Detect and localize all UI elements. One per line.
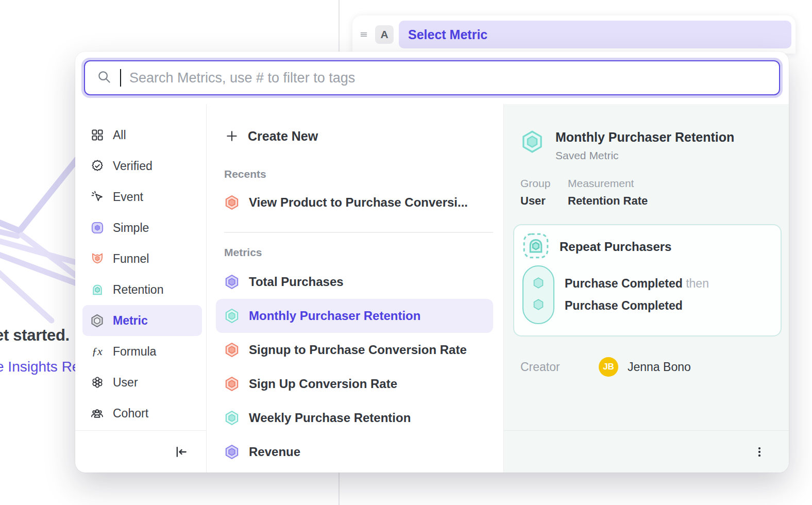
section-items-metrics: Total Purchases Monthly Purchaser Retent… [224, 265, 493, 469]
metric-type-icon [224, 342, 240, 358]
sidebar-item-simple[interactable]: Simple [82, 212, 202, 243]
definition-card: Repeat Purchasers Purchase Completed the… [513, 224, 782, 336]
sidebar-footer [75, 430, 206, 473]
sidebar-item-all[interactable]: All [82, 120, 202, 150]
section-title-metrics: Metrics [224, 246, 493, 259]
metric-item-label: Monthly Purchaser Retention [249, 309, 420, 323]
select-metric-label: Select Metric [408, 27, 487, 42]
attribute-label: Measurement [568, 177, 648, 190]
search-icon [96, 69, 112, 87]
step-event-name: Purchase Completed [565, 299, 683, 312]
collapse-left-icon[interactable] [172, 443, 191, 461]
metric-letter-badge[interactable]: A [375, 25, 394, 44]
sidebar-item-label: Cohort [113, 407, 148, 420]
kebab-menu-icon[interactable] [751, 443, 768, 461]
step-line: Purchase Completed [565, 299, 709, 313]
funnel-icon [90, 252, 104, 266]
all-icon [90, 128, 104, 142]
search-input[interactable] [129, 70, 768, 86]
metric-type-icon [224, 274, 240, 290]
attribute-value: User [520, 194, 554, 208]
definition-header: Repeat Purchasers [522, 232, 772, 261]
step-hexagon-icon [532, 298, 545, 313]
search-focus-ring [81, 58, 783, 98]
metric-list-column: Create New Recents View Product to Purch… [206, 104, 504, 473]
attribute-value: Retention Rate [568, 194, 648, 208]
sidebar-item-funnel[interactable]: Funnel [82, 243, 202, 274]
event-icon [90, 190, 104, 204]
section-divider [224, 232, 493, 233]
metric-item-weekly-purchase-retention[interactable]: Weekly Purchase Retention [216, 401, 493, 435]
metric-type-icon [224, 308, 240, 324]
background-heading-fragment: et started. [0, 326, 70, 345]
metric-picker-modal: All Verified Event Simple Funnel Retenti… [75, 52, 789, 473]
type-filter-sidebar: All Verified Event Simple Funnel Retenti… [75, 104, 206, 473]
formula-icon: ƒx [90, 345, 104, 359]
plus-icon [224, 128, 240, 144]
step-line: Purchase Completed then [565, 277, 709, 291]
attribute-label: Group [520, 177, 554, 190]
user-icon [90, 376, 104, 390]
metric-detail-panel: Monthly Purchaser Retention Saved Metric… [504, 104, 789, 473]
sidebar-item-retention[interactable]: Retention [82, 274, 202, 305]
search-box [84, 60, 780, 95]
sidebar-item-label: User [113, 376, 138, 390]
creator-row: Creator JB Jenna Bono [520, 357, 782, 377]
metric-item-label: Sign Up Conversion Rate [249, 377, 397, 391]
section-items-recents: View Product to Purchase Conversi... [224, 186, 493, 220]
sidebar-item-label: Metric [113, 314, 148, 328]
creator-name: Jenna Bono [628, 360, 691, 374]
metric-item-label: Total Purchases [249, 275, 344, 289]
step-list: Purchase Completed thenPurchase Complete… [565, 277, 709, 313]
metric-item-label: Revenue [249, 445, 300, 459]
sidebar-item-event[interactable]: Event [82, 181, 202, 212]
metric-type-icon [224, 376, 240, 392]
detail-header: Monthly Purchaser Retention Saved Metric [520, 130, 782, 162]
metric-list-sections: Recents View Product to Purchase Convers… [224, 168, 493, 469]
metric-row: A Select Metric [352, 15, 796, 54]
metric-item-label: Signup to Purchase Conversion Rate [249, 343, 467, 357]
creator-label: Creator [520, 360, 599, 374]
create-new-button[interactable]: Create New [224, 122, 493, 150]
metric-type-icon [224, 195, 240, 210]
metric-item-monthly-purchaser-retention[interactable]: Monthly Purchaser Retention [216, 299, 493, 333]
sidebar-item-label: Simple [113, 221, 149, 235]
type-filter-list: All Verified Event Simple Funnel Retenti… [75, 104, 206, 430]
saved-metric-hexagon-icon [520, 130, 544, 156]
metric-item-total-purchases[interactable]: Total Purchases [216, 265, 493, 299]
metric-item-view-product-to-purchase-conversi[interactable]: View Product to Purchase Conversi... [216, 186, 493, 220]
sidebar-item-verified[interactable]: Verified [82, 150, 202, 181]
app-window: et started. e Insights Re A Select Metri… [0, 0, 812, 505]
metric-item-revenue[interactable]: Revenue [216, 435, 493, 469]
sidebar-item-cohort[interactable]: Cohort [82, 398, 202, 429]
detail-title: Monthly Purchaser Retention [555, 130, 734, 145]
sidebar-item-label: Retention [113, 283, 163, 297]
sidebar-item-label: Formula [113, 345, 156, 359]
sidebar-item-label: Verified [113, 159, 153, 173]
attribute-row: Group UserMeasurement Retention Rate [520, 177, 782, 208]
text-caret [120, 69, 121, 87]
metric-item-label: View Product to Purchase Conversi... [249, 195, 468, 210]
sidebar-item-formula[interactable]: ƒx Formula [82, 336, 202, 367]
metric-type-icon [224, 410, 240, 426]
select-metric-button[interactable]: Select Metric [399, 21, 791, 48]
step-event-name: Purchase Completed [565, 277, 683, 290]
attribute-group: Group User [520, 177, 554, 208]
background-insights-link[interactable]: e Insights Re [0, 359, 80, 375]
sidebar-item-user[interactable]: User [82, 367, 202, 398]
repeat-purchasers-icon [522, 232, 549, 261]
detail-subtitle: Saved Metric [555, 149, 734, 162]
metric-item-sign-up-conversion-rate[interactable]: Sign Up Conversion Rate [216, 367, 493, 401]
detail-panel-body: Monthly Purchaser Retention Saved Metric… [504, 104, 789, 430]
sidebar-item-metric[interactable]: Metric [82, 305, 202, 336]
metric-type-icon [224, 444, 240, 460]
drag-handle-icon[interactable] [358, 28, 370, 41]
step-hexagon-icon [532, 276, 545, 292]
verified-icon [90, 159, 104, 173]
detail-footer [504, 430, 789, 473]
sidebar-item-label: Funnel [113, 252, 149, 266]
definition-title: Repeat Purchasers [560, 240, 671, 254]
create-new-label: Create New [248, 129, 318, 144]
metric-item-signup-to-purchase-conversion-rate[interactable]: Signup to Purchase Conversion Rate [216, 333, 493, 367]
metric-icon [90, 314, 104, 328]
